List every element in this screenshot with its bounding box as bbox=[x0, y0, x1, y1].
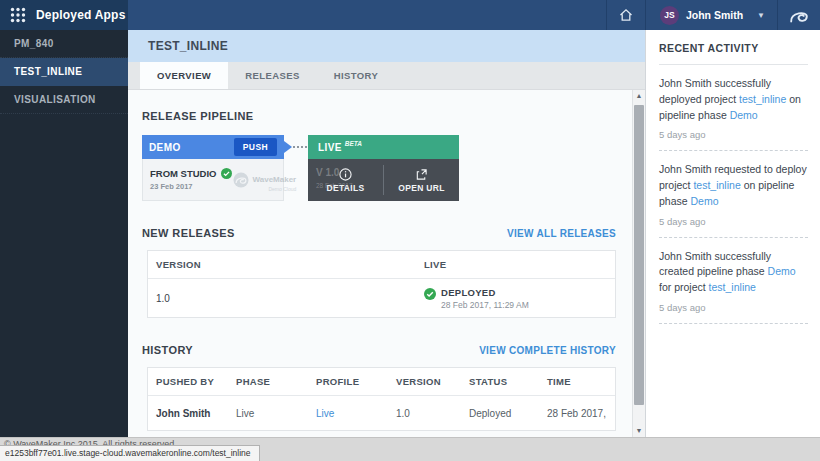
provider-sub: Demo Cloud bbox=[253, 186, 297, 192]
top-bar-actions: JS John Smith ▼ bbox=[606, 0, 820, 30]
history-phase: Live bbox=[228, 408, 308, 419]
push-button[interactable]: PUSH bbox=[234, 138, 277, 156]
live-phase-card: LIVE BETA V 1.0 28 Feb 2017 bbox=[308, 135, 459, 201]
tab-releases[interactable]: RELEASES bbox=[228, 62, 316, 89]
activity-link[interactable]: test_inline bbox=[693, 179, 740, 191]
history-header-row: PUSHED BY PHASE PROFILE VERSION STATUS T… bbox=[148, 368, 615, 396]
scrollbar-thumb[interactable] bbox=[634, 105, 644, 405]
activity-item: John Smith successfully deployed project… bbox=[659, 65, 808, 151]
view-all-releases-link[interactable]: VIEW ALL RELEASES bbox=[507, 228, 616, 239]
sidebar-item-test_inline[interactable]: TEST_INLINE bbox=[0, 58, 128, 86]
wavemaker-logo-icon bbox=[778, 0, 820, 30]
success-check-icon bbox=[424, 288, 436, 300]
new-releases-table: VERSION LIVE 1.0 DEPLOYED 28 Feb 2017, 1… bbox=[147, 250, 616, 318]
activity-link[interactable]: test_inline bbox=[709, 281, 756, 293]
new-releases-header-row: VERSION LIVE bbox=[148, 251, 615, 279]
provider-name: WaveMaker bbox=[253, 175, 297, 184]
column-profile: PROFILE bbox=[308, 376, 388, 387]
column-phase: PHASE bbox=[228, 376, 308, 387]
scroll-up-arrow[interactable]: ▲ bbox=[633, 90, 645, 102]
deployed-apps-window: Deployed Apps JS John Smith ▼ P bbox=[0, 0, 820, 461]
column-status: STATUS bbox=[461, 376, 539, 387]
release-pipeline-heading: RELEASE PIPELINE bbox=[142, 110, 254, 122]
live-phase-label: LIVE bbox=[318, 142, 342, 153]
provider-watermark: WaveMaker Demo Cloud bbox=[232, 168, 297, 192]
column-live: LIVE bbox=[416, 259, 615, 270]
main-panel: TEST_INLINE OVERVIEWRELEASESHISTORY RELE… bbox=[128, 30, 645, 437]
column-version: VERSION bbox=[388, 376, 461, 387]
app-title: Deployed Apps bbox=[36, 8, 126, 22]
tab-history[interactable]: HISTORY bbox=[317, 62, 396, 89]
sidebar-item-pm_840[interactable]: PM_840 bbox=[0, 30, 128, 58]
status-url-tooltip: e1253bff77e01.live.stage-cloud.wavemaker… bbox=[0, 445, 260, 461]
activity-time: 5 days ago bbox=[659, 129, 808, 140]
activity-link[interactable]: test_inline bbox=[739, 93, 786, 105]
details-button[interactable]: DETAILS bbox=[308, 159, 383, 201]
history-version: 1.0 bbox=[388, 408, 461, 419]
history-heading: HISTORY bbox=[142, 344, 193, 356]
column-version: VERSION bbox=[148, 259, 416, 270]
activity-text: John Smith successfully created pipeline… bbox=[659, 250, 771, 278]
beta-badge: BETA bbox=[345, 140, 362, 147]
activity-item: John Smith requested to deploy project t… bbox=[659, 151, 808, 237]
history-time: 28 Feb 2017, bbox=[539, 408, 615, 419]
view-complete-history-link[interactable]: VIEW COMPLETE HISTORY bbox=[479, 345, 616, 356]
wavemaker-watermark-icon bbox=[232, 171, 250, 189]
live-phase-header: LIVE BETA bbox=[308, 135, 459, 159]
demo-phase-card: DEMO PUSH FROM STUDIO bbox=[142, 135, 284, 201]
activity-time: 5 days ago bbox=[659, 216, 808, 227]
open-url-icon bbox=[415, 168, 428, 181]
user-menu[interactable]: JS John Smith ▼ bbox=[646, 0, 777, 30]
history-table: PUSHED BY PHASE PROFILE VERSION STATUS T… bbox=[147, 367, 616, 431]
recent-activity-panel: RECENT ACTIVITY John Smith successfully … bbox=[645, 30, 820, 437]
new-releases-heading: NEW RELEASES bbox=[142, 227, 235, 239]
chevron-down-icon: ▼ bbox=[757, 11, 765, 20]
activity-item: John Smith successfully created pipeline… bbox=[659, 238, 808, 324]
sidebar-nav: PM_840TEST_INLINEVISUALISATION bbox=[0, 30, 128, 437]
top-bar-brand-area: Deployed Apps bbox=[0, 0, 128, 30]
activity-time: 5 days ago bbox=[659, 302, 808, 313]
activity-link[interactable]: Demo bbox=[691, 195, 719, 207]
demo-phase-label: DEMO bbox=[149, 142, 181, 153]
demo-phase-header: DEMO PUSH bbox=[142, 135, 284, 159]
recent-activity-heading: RECENT ACTIVITY bbox=[659, 42, 808, 65]
demo-phase-body: FROM STUDIO 23 Feb 2017 bbox=[142, 159, 284, 201]
activity-link[interactable]: Demo bbox=[730, 109, 758, 121]
deployed-date: 28 Feb 2017, 11:29 AM bbox=[441, 300, 529, 310]
recent-activity-list: John Smith successfully deployed project… bbox=[659, 65, 808, 324]
home-icon bbox=[618, 7, 634, 23]
release-pipeline: DEMO PUSH FROM STUDIO bbox=[142, 135, 616, 201]
apps-grid-icon[interactable] bbox=[10, 7, 26, 23]
history-status: Deployed bbox=[461, 408, 539, 419]
deployed-status: DEPLOYED bbox=[441, 287, 529, 298]
user-name: John Smith bbox=[686, 9, 743, 21]
pipeline-connector bbox=[293, 146, 307, 148]
live-phase-body: V 1.0 28 Feb 2017 DETAILS bbox=[308, 159, 459, 201]
sidebar-item-visualisation[interactable]: VISUALISATION bbox=[0, 86, 128, 114]
tab-bar: OVERVIEWRELEASESHISTORY bbox=[128, 62, 645, 90]
home-button[interactable] bbox=[607, 0, 645, 30]
table-row: John Smith Live Live 1.0 Deployed 28 Feb… bbox=[148, 396, 615, 430]
user-avatar: JS bbox=[660, 6, 679, 25]
vertical-scrollbar[interactable]: ▲ ▼ bbox=[632, 90, 645, 437]
column-time: TIME bbox=[539, 376, 615, 387]
info-icon bbox=[339, 168, 352, 181]
release-live-status: DEPLOYED 28 Feb 2017, 11:29 AM bbox=[416, 287, 615, 310]
success-check-icon bbox=[221, 168, 232, 179]
overview-content: RELEASE PIPELINE DEMO PUSH FROM STUDIO bbox=[128, 90, 632, 437]
scroll-down-arrow[interactable]: ▼ bbox=[633, 425, 645, 437]
from-studio-label: FROM STUDIO bbox=[150, 168, 217, 179]
activity-text: for project bbox=[659, 281, 709, 293]
history-pushed-by: John Smith bbox=[148, 408, 228, 419]
demo-deploy-date: 23 Feb 2017 bbox=[150, 182, 232, 191]
page-title: TEST_INLINE bbox=[128, 30, 645, 62]
release-version: 1.0 bbox=[148, 293, 416, 304]
top-bar: Deployed Apps JS John Smith ▼ bbox=[0, 0, 820, 30]
open-url-button[interactable]: OPEN URL bbox=[384, 159, 459, 201]
table-row: 1.0 DEPLOYED 28 Feb 2017, 11:29 AM bbox=[148, 279, 615, 317]
tab-overview[interactable]: OVERVIEW bbox=[140, 62, 228, 89]
column-pushed-by: PUSHED BY bbox=[148, 376, 228, 387]
activity-link[interactable]: Demo bbox=[768, 265, 796, 277]
history-profile-link[interactable]: Live bbox=[308, 408, 388, 419]
